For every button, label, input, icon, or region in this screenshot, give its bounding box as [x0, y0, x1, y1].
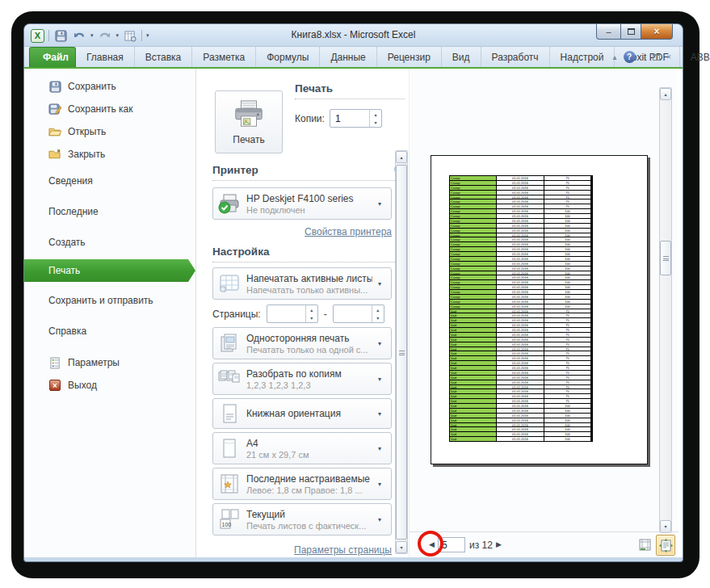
sidebar-nav-item-1[interactable]: Последние	[24, 196, 195, 227]
table-cell-value: 75	[544, 191, 590, 195]
table-cell-value: 100	[544, 233, 590, 237]
stepper-down-icon[interactable]: ▾	[306, 314, 317, 323]
dropdown-text: Книжная ориентация	[246, 408, 372, 419]
sidebar-footer-item-0[interactable]: Параметры	[24, 351, 195, 374]
table-cell-value: 100	[544, 271, 590, 275]
dropdown-title: Односторонняя печать	[246, 333, 372, 344]
settings-dropdown-5[interactable]: Последние настраиваемые ...Левое: 1,8 см…	[212, 468, 392, 500]
copies-stepper[interactable]: 1 ▴ ▾	[330, 109, 382, 128]
table-cell-label: Чай	[450, 347, 496, 351]
table-cell-value: 100	[544, 304, 590, 309]
table-cell-label: Сахар	[450, 280, 496, 284]
ribbon-tab-4[interactable]: Формулы	[256, 47, 320, 67]
titlebar[interactable]: X ▾ ▾ ▾ Книга8.xlsx - Microso	[24, 24, 683, 47]
scrollbar-grip	[663, 256, 669, 261]
page-setup-link[interactable]: Параметры страницы	[294, 544, 392, 556]
sidebar-command-3[interactable]: Закрыть	[24, 143, 195, 166]
minimize-button[interactable]: –	[596, 24, 621, 40]
table-cell-label: Чай	[450, 418, 496, 422]
sidebar-command-1[interactable]: Сохранить как	[24, 98, 195, 120]
sidebar-item-label: Последние	[48, 206, 99, 217]
sidebar-command-2[interactable]: Открыть	[24, 120, 195, 143]
doc-minimize-icon[interactable]: –	[642, 52, 647, 61]
table-cell-value: 100	[544, 209, 590, 213]
sidebar-item-label: Сведения	[48, 175, 93, 187]
table-cell-date: 01.01.2016	[497, 209, 544, 213]
scroll-down-icon[interactable]: ▾	[396, 541, 407, 553]
ribbon-tab-11[interactable]: ABBYY PDF	[680, 47, 710, 67]
table-cell-label: Чай	[450, 414, 496, 418]
ribbon-tab-5[interactable]: Данные	[320, 47, 376, 67]
close-button[interactable]: ×	[641, 24, 673, 40]
printer-name: HP Deskjet F4100 series	[246, 193, 372, 204]
settings-dropdown-1[interactable]: Односторонняя печатьПечатать только на о…	[212, 327, 392, 359]
collapse-ribbon-icon[interactable]: ▴	[613, 52, 617, 61]
sidebar-nav-item-0[interactable]: Сведения	[24, 166, 195, 196]
sidebar-nav-item-3[interactable]: Печать	[24, 259, 195, 282]
table-cell-value: 75	[544, 328, 590, 332]
maximize-button[interactable]	[621, 24, 641, 40]
settings-dropdown-4[interactable]: A421 см x 29,7 см▾	[212, 432, 392, 464]
settings-dropdown-3[interactable]: Книжная ориентация▾	[212, 398, 392, 429]
table-cell-date: 01.01.2016	[497, 376, 544, 380]
settings-section-title: Настройка	[212, 246, 405, 262]
ribbon-tab-3[interactable]: Разметка	[192, 47, 256, 67]
table-cell-date: 01.01.2016	[497, 399, 544, 403]
dropdown-title: A4	[246, 438, 372, 449]
settings-dropdown-2[interactable]: Разобрать по копиям1,2,3 1,2,3 1,2,3▾	[212, 363, 392, 395]
ribbon-tab-0[interactable]: Файл	[29, 47, 76, 67]
table-cell-label: Чай	[450, 342, 496, 346]
table-cell-label: Чай	[450, 366, 496, 370]
ribbon-tab-8[interactable]: Разработч	[481, 47, 550, 67]
doc-close-icon[interactable]: ×	[666, 52, 671, 61]
ribbon-tab-6[interactable]: Рецензир	[377, 47, 442, 67]
ribbon-tab-9[interactable]: Надстрой	[550, 47, 615, 67]
sidebar-command-0[interactable]: Сохранить	[24, 75, 195, 98]
table-cell-date: 01.01.2016	[497, 219, 544, 223]
settings-dropdown-0[interactable]: Напечатать активные листыНапечатать толь…	[212, 267, 392, 300]
sidebar-nav-item-5[interactable]: Справка	[24, 316, 195, 346]
scroll-up-icon[interactable]: ▴	[396, 151, 407, 163]
table-cell-label: Чай	[450, 423, 496, 427]
sidebar-footer-item-1[interactable]: ×Выход	[24, 374, 195, 397]
stepper-down-icon[interactable]: ▾	[372, 314, 384, 323]
table-cell-date: 01.01.2016	[497, 295, 544, 299]
stepper-down-icon[interactable]: ▾	[370, 119, 381, 128]
print-button[interactable]: Печать	[215, 90, 283, 153]
printer-select[interactable]: HP Deskjet F4100 series Не подключен ▾	[212, 187, 392, 220]
show-margins-button[interactable]	[637, 537, 653, 553]
doc-restore-icon[interactable]	[653, 54, 660, 61]
scroll-down-icon[interactable]: ▾	[660, 520, 671, 532]
preview-scrollbar[interactable]: ▴ ▾	[659, 87, 672, 533]
table-cell-value: 75	[544, 385, 590, 389]
sidebar-nav-item-4[interactable]: Сохранить и отправить	[24, 285, 195, 316]
ribbon-tab-7[interactable]: Вид	[442, 47, 481, 67]
ribbon-tab-1[interactable]: Главная	[76, 47, 135, 67]
stepper-arrows: ▴ ▾	[372, 305, 384, 322]
settings-dropdown-6[interactable]: 100ТекущийПечать листов с фактическ...▾	[212, 503, 392, 536]
table-cell-value: 100	[544, 237, 590, 242]
stepper-up-icon[interactable]: ▴	[306, 305, 317, 314]
table-cell-date: 01.01.2016	[497, 371, 544, 375]
dropdown-text: Последние настраиваемые ...Левое: 1,8 см…	[246, 473, 372, 495]
printer-properties-link[interactable]: Свойства принтера	[305, 226, 392, 237]
scrollbar-thumb[interactable]	[396, 165, 407, 540]
dropdown-title: Текущий	[246, 509, 372, 520]
table-cell-value: 75	[544, 356, 590, 360]
help-icon[interactable]: ?	[624, 51, 636, 63]
zoom-to-page-button[interactable]	[656, 535, 675, 556]
table-cell-value: 75	[544, 351, 590, 355]
stepper-up-icon[interactable]: ▴	[370, 110, 381, 119]
settings-scrollbar[interactable]: ▴ ▾	[395, 150, 408, 554]
sidebar-nav-item-2[interactable]: Создать	[24, 227, 195, 258]
scrollbar-thumb[interactable]	[660, 241, 671, 275]
table-cell-value: 100	[544, 295, 590, 299]
scroll-up-icon[interactable]: ▴	[660, 88, 671, 100]
stepper-up-icon[interactable]: ▴	[372, 305, 384, 314]
pages-to-stepper[interactable]: ▴ ▾	[333, 304, 384, 323]
pages-from-stepper[interactable]: ▴ ▾	[267, 304, 318, 323]
table-cell-value: 75	[544, 313, 590, 317]
next-page-button[interactable]: ▶	[496, 540, 502, 548]
table-cell-date: 01.01.2016	[497, 237, 544, 242]
ribbon-tab-2[interactable]: Вставка	[135, 47, 193, 67]
